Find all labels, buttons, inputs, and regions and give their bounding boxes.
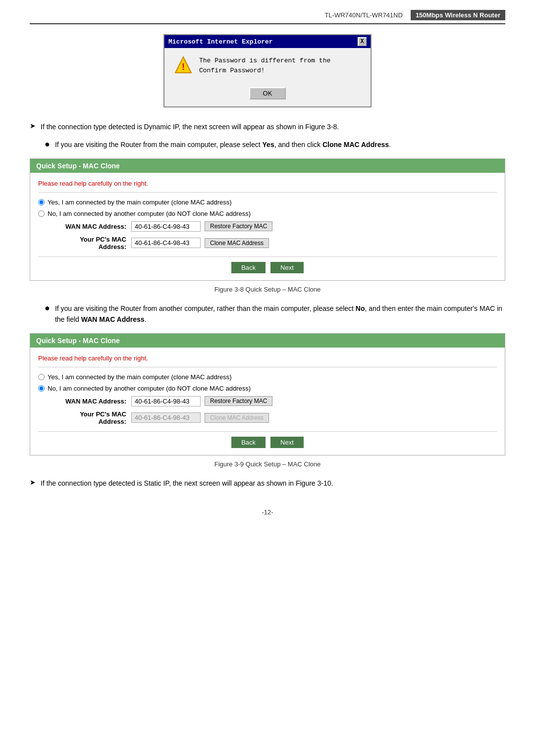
pc-mac-label-2: Your PC's MAC Address:	[52, 410, 126, 425]
dialog-box: Microsoft Internet Explorer X ! The Pass…	[163, 34, 372, 107]
clone-mac-btn-2: Clone MAC Address	[205, 413, 269, 423]
clone-mac-btn-1[interactable]: Clone MAC Address	[205, 238, 269, 248]
next-btn-1[interactable]: Next	[270, 262, 304, 273]
radio-no-label-1: No, I am connected by another computer (…	[48, 210, 251, 217]
radio-yes-row-2: Yes, I am connected by the main computer…	[38, 373, 497, 381]
next-btn-2[interactable]: Next	[270, 437, 304, 448]
pc-mac-row-1: Your PC's MAC Address: Clone MAC Address	[52, 236, 497, 251]
separator-1	[38, 192, 497, 193]
dot-marker-2: ●	[45, 303, 50, 314]
dialog-footer: OK	[164, 83, 371, 106]
radio-no-1[interactable]	[38, 210, 45, 217]
mac-action-row-1: Back Next	[38, 256, 497, 273]
radio-yes-label-2: Yes, I am connected by the main computer…	[48, 373, 232, 381]
mac-panel-1: Quick Setup - MAC Clone Please read help…	[30, 158, 505, 281]
mac-panel-1-body: Please read help carefully on the right.…	[30, 173, 505, 280]
mac-panel-2-header: Quick Setup - MAC Clone	[30, 334, 505, 348]
separator-2	[38, 367, 497, 367]
warning-icon: !	[174, 56, 192, 74]
svg-text:!: !	[182, 62, 185, 72]
bullet-static-ip-text: If the connection type detected is Stati…	[41, 478, 333, 489]
dialog-message: The Password is different from the Confi…	[199, 56, 361, 75]
figure-9-caption: Figure 3-9 Quick Setup – MAC Clone	[30, 460, 505, 468]
dialog-titlebar: Microsoft Internet Explorer X	[164, 35, 371, 48]
dot-marker-1: ●	[45, 139, 50, 150]
arrow-marker-2: ➤	[30, 478, 36, 486]
radio-no-row-1: No, I am connected by another computer (…	[38, 210, 497, 217]
bullet-dynamic-ip: ➤ If the connection type detected is Dyn…	[30, 121, 505, 132]
dialog-container: Microsoft Internet Explorer X ! The Pass…	[30, 34, 505, 107]
subbullet-another-computer: ● If you are visiting the Router from an…	[45, 303, 505, 325]
radio-no-row-2: No, I am connected by another computer (…	[38, 385, 497, 392]
mac-panel-1-help: Please read help carefully on the right.	[38, 180, 497, 187]
pc-mac-row-2: Your PC's MAC Address: Clone MAC Address	[52, 410, 497, 425]
radio-no-label-2: No, I am connected by another computer (…	[48, 385, 251, 392]
figure-8-caption: Figure 3-8 Quick Setup – MAC Clone	[30, 286, 505, 293]
radio-yes-row-1: Yes, I am connected by the main computer…	[38, 199, 497, 206]
bullet-static-ip: ➤ If the connection type detected is Sta…	[30, 478, 505, 489]
radio-yes-label-1: Yes, I am connected by the main computer…	[48, 199, 232, 206]
page-number: -12-	[30, 508, 505, 516]
back-btn-2[interactable]: Back	[231, 437, 266, 448]
subbullet-another-computer-text: If you are visiting the Router from anot…	[55, 303, 505, 325]
back-btn-1[interactable]: Back	[231, 262, 266, 273]
subbullet-main-computer-text: If you are visiting the Router from the …	[55, 139, 391, 150]
restore-factory-mac-btn-2[interactable]: Restore Factory MAC	[205, 396, 272, 406]
wan-mac-row-1: WAN MAC Address: Restore Factory MAC	[52, 221, 497, 232]
radio-no-2[interactable]	[38, 385, 45, 392]
wan-mac-label-2: WAN MAC Address:	[52, 398, 126, 405]
mac-action-row-2: Back Next	[38, 431, 497, 448]
dialog-ok-button[interactable]: OK	[249, 87, 286, 100]
wan-mac-input-1[interactable]	[131, 221, 201, 232]
mac-panel-2-body: Please read help carefully on the right.…	[30, 348, 505, 455]
mac-panel-1-header: Quick Setup - MAC Clone	[30, 159, 505, 173]
page-header: TL-WR740N/TL-WR741ND 150Mbps Wireless N …	[30, 10, 505, 24]
pc-mac-input-2	[131, 412, 201, 423]
arrow-marker-1: ➤	[30, 122, 36, 130]
bullet-dynamic-ip-text: If the connection type detected is Dynam…	[41, 121, 339, 132]
wan-mac-input-2[interactable]	[131, 396, 201, 406]
wan-mac-label-1: WAN MAC Address:	[52, 223, 126, 230]
dialog-body: ! The Password is different from the Con…	[164, 48, 371, 83]
header-model: TL-WR740N/TL-WR741ND	[324, 11, 402, 19]
dialog-close-button[interactable]: X	[358, 37, 367, 46]
radio-yes-2[interactable]	[38, 374, 45, 380]
wan-mac-row-2: WAN MAC Address: Restore Factory MAC	[52, 396, 497, 406]
mac-panel-2-help: Please read help carefully on the right.	[38, 354, 497, 362]
dialog-title: Microsoft Internet Explorer	[168, 38, 273, 46]
header-product: 150Mbps Wireless N Router	[411, 10, 505, 20]
radio-yes-1[interactable]	[38, 199, 45, 205]
mac-panel-2: Quick Setup - MAC Clone Please read help…	[30, 333, 505, 455]
pc-mac-input-1[interactable]	[131, 238, 201, 248]
pc-mac-label-1: Your PC's MAC Address:	[52, 236, 126, 251]
restore-factory-mac-btn-1[interactable]: Restore Factory MAC	[205, 221, 272, 231]
subbullet-main-computer: ● If you are visiting the Router from th…	[45, 139, 505, 150]
